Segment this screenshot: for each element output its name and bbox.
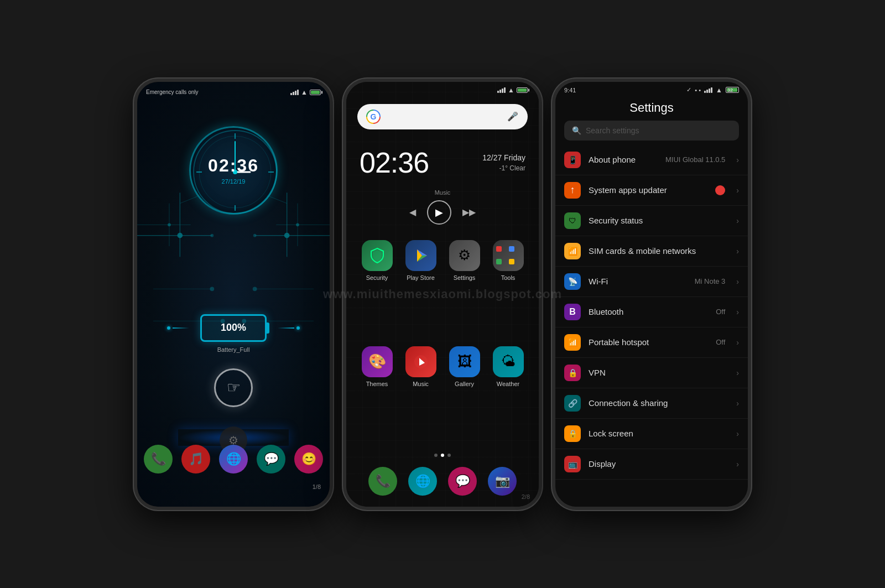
battery-icon-2 [517, 87, 528, 93]
settings-title-display: Display [589, 459, 728, 469]
settings-icon-about: 📱 [564, 152, 581, 168]
settings-title-hotspot: Portable hotspot [589, 337, 708, 347]
settings-icon-sim: 📶 [564, 243, 581, 259]
settings-content-updater: System apps updater [589, 185, 707, 195]
settings-title-bluetooth: Bluetooth [589, 307, 708, 316]
dock-phone[interactable]: 📞 [144, 445, 173, 473]
dock-messages[interactable]: 💬 [257, 445, 285, 473]
settings-item-about[interactable]: 📱 About phone MIUI Global 11.0.5 › [555, 145, 748, 175]
chevron-connection: › [736, 399, 739, 408]
app-icon-music [405, 346, 436, 377]
settings-item-lockscreen[interactable]: 🔒 Lock screen › [555, 419, 748, 449]
app-name-tools: Tools [501, 274, 516, 281]
settings-item-hotspot[interactable]: 📶 Portable hotspot Off › [555, 327, 748, 358]
touch-circle[interactable]: ☞ [214, 368, 253, 407]
phone-1-screen: Emergency calls only ▲ [137, 82, 330, 507]
settings-title-lockscreen: Lock screen [589, 429, 728, 438]
home-time: 02:36 [360, 146, 429, 179]
settings-content-security: Security status [589, 216, 728, 225]
dock-browser[interactable]: 🌐 [219, 445, 248, 473]
settings-content-sim: SIM cards & mobile networks [589, 246, 728, 256]
settings-icon-updater: ↑ [564, 182, 581, 199]
search-placeholder: Search settings [586, 126, 639, 135]
chevron-updater: › [736, 186, 739, 195]
app-playstore[interactable]: Play Store [403, 240, 438, 337]
settings-item-display[interactable]: 📺 Display › [555, 449, 748, 480]
dock-phone-2[interactable]: 📞 [368, 467, 397, 496]
chevron-sim: › [736, 247, 739, 256]
music-controls: ◀ ▶ ▶▶ [409, 200, 476, 225]
home-clock: 02:36 12/27 Friday -1° Clear [346, 135, 539, 185]
app-security[interactable]: Security [360, 240, 394, 337]
dot-1[interactable] [434, 454, 438, 457]
clock-widget-1: 02:36 27/12/19 [189, 126, 278, 215]
settings-icon-hotspot: 📶 [564, 334, 581, 351]
svg-point-20 [210, 287, 214, 291]
page-indicator-2: 2/8 [522, 493, 530, 500]
status-bar-1: Emergency calls only ▲ [137, 89, 330, 96]
wifi-icon-2: ▲ [508, 86, 514, 94]
settings-title-sim: SIM cards & mobile networks [589, 246, 728, 256]
settings-item-wifi[interactable]: 📡 Wi-Fi Mi Note 3 › [555, 267, 748, 297]
dock-messages-2[interactable]: 💬 [448, 467, 477, 496]
app-name-security: Security [366, 274, 388, 281]
app-name-themes: Themes [366, 381, 388, 387]
settings-content-vpn: VPN [589, 368, 728, 377]
app-weather[interactable]: 🌤 Weather [491, 346, 525, 444]
settings-item-security[interactable]: 🛡 Security status › [555, 206, 748, 236]
wifi-icon-3: ▲ [716, 86, 722, 94]
main-container: Emergency calls only ▲ [0, 0, 885, 588]
dot-2[interactable] [441, 454, 444, 457]
settings-content-hotspot: Portable hotspot [589, 337, 708, 347]
app-gallery[interactable]: 🖼 Gallery [447, 346, 482, 444]
app-settings[interactable]: ⚙ Settings [447, 240, 482, 337]
status-icons-2: ▲ [497, 86, 528, 94]
signal-icon-3 [704, 87, 712, 93]
app-icon-gallery: 🖼 [449, 346, 480, 377]
settings-item-updater[interactable]: ↑ System apps updater › [555, 175, 748, 206]
settings-item-sim[interactable]: 📶 SIM cards & mobile networks › [555, 236, 748, 267]
settings-item-vpn[interactable]: 🔒 VPN › [555, 358, 748, 388]
app-icon-themes: 🎨 [362, 346, 393, 377]
app-music[interactable]: Music [403, 346, 438, 444]
mic-icon[interactable]: 🎤 [507, 111, 519, 123]
svg-point-9 [284, 232, 290, 238]
search-bar[interactable]: G 🎤 [357, 104, 528, 129]
app-name-playstore: Play Store [407, 274, 435, 281]
dock-social[interactable]: 😊 [294, 445, 323, 473]
battery-label: Battery_Full [217, 346, 250, 353]
page-indicator-1: 1/8 [313, 483, 321, 490]
battery-visual: 100% [200, 314, 267, 342]
music-play-btn[interactable]: ▶ [427, 200, 451, 225]
music-next[interactable]: ▶▶ [462, 207, 476, 217]
app-themes[interactable]: 🎨 Themes [360, 346, 394, 444]
settings-title-vpn: VPN [589, 368, 728, 377]
music-prev[interactable]: ◀ [409, 207, 416, 217]
settings-content-display: Display [589, 459, 728, 469]
dock-music[interactable]: 🎵 [181, 445, 210, 473]
settings-item-bluetooth[interactable]: B Bluetooth Off › [555, 297, 748, 327]
dock-browser-2[interactable]: 🌐 [408, 467, 437, 496]
settings-content-bluetooth: Bluetooth [589, 307, 708, 316]
app-icon-settings: ⚙ [449, 240, 480, 271]
dock-camera-2[interactable]: 📷 [488, 467, 517, 496]
search-icon-settings: 🔍 [572, 126, 581, 135]
settings-item-connection[interactable]: 🔗 Connection & sharing › [555, 388, 748, 419]
svg-point-10 [168, 223, 171, 226]
app-name-gallery: Gallery [455, 381, 474, 387]
music-label: Music [435, 189, 451, 196]
lock-date: 27/12/19 [208, 178, 259, 185]
app-grid: Security Play Store ⚙ Settings [346, 229, 539, 449]
svg-point-21 [253, 287, 257, 291]
app-tools[interactable]: Tools [491, 240, 525, 337]
phone-2-screen: ▲ G 🎤 02:36 12/27 Friday [346, 82, 539, 507]
settings-value-bluetooth: Off [716, 308, 725, 316]
status-icons-1: ▲ [290, 89, 321, 96]
settings-title-updater: System apps updater [589, 185, 707, 195]
settings-search-bar[interactable]: 🔍 Search settings [564, 121, 739, 141]
phone-2: ▲ G 🎤 02:36 12/27 Friday [343, 79, 542, 510]
signal-icon-2 [497, 87, 506, 93]
svg-point-13 [253, 233, 257, 237]
app-name-weather: Weather [497, 381, 519, 387]
dot-3[interactable] [447, 454, 451, 457]
